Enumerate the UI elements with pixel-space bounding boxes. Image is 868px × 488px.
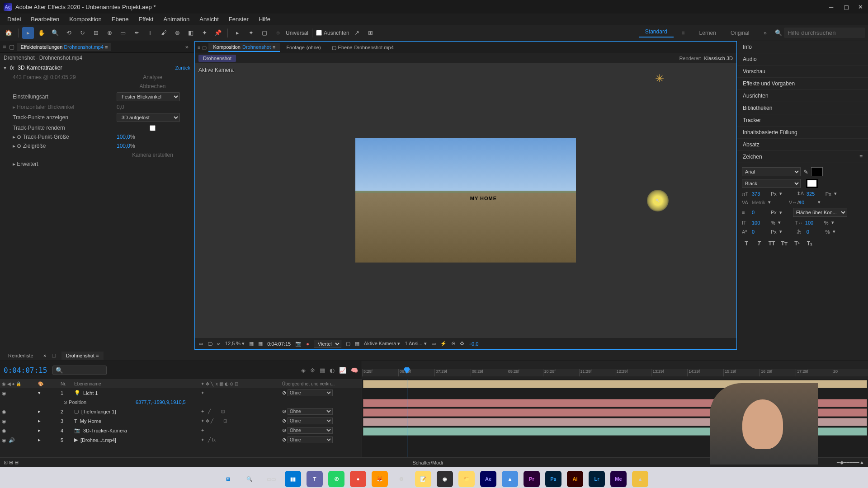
composition-viewport[interactable]: Aktive Kamera ✳ MY HOME ↖ <box>195 63 736 338</box>
visibility-icon[interactable]: ◉ <box>2 418 7 424</box>
world-axis-icon[interactable]: ✦ <box>245 27 257 39</box>
timeline-icon[interactable]: ※ <box>451 341 455 347</box>
reset-link[interactable]: Zurück <box>175 65 190 70</box>
local-axis-icon[interactable]: ▸ <box>231 27 243 39</box>
menu-datei[interactable]: Datei <box>3 15 25 23</box>
pen-tool-icon[interactable]: ✒ <box>131 27 142 39</box>
panel-tracker[interactable]: Tracker <box>737 114 868 127</box>
pixel-aspect-icon[interactable]: ▭ <box>431 341 436 347</box>
erweitert-label[interactable]: ▸ Erweitert <box>13 161 117 167</box>
draft3d-icon[interactable]: ※ <box>310 367 315 374</box>
grid-icon[interactable]: ▦ <box>249 341 254 347</box>
layer-row[interactable]: ◉ ▾ 1 💡Licht 1 ✦ ⊘ Ohne <box>0 388 362 398</box>
workspace-lernen[interactable]: Lernen <box>693 30 722 36</box>
region-icon[interactable]: ▢ <box>346 341 350 347</box>
zoom-tool-icon[interactable]: 🔍 <box>49 27 61 39</box>
motionblur-icon[interactable]: ◐ <box>330 367 335 374</box>
obs-icon[interactable]: ◉ <box>437 471 453 487</box>
maximize-icon[interactable]: ▢ <box>844 4 850 10</box>
twisty-icon[interactable]: ▾ <box>38 390 41 395</box>
renderer-info[interactable]: Renderer: Klassisch 3D <box>679 56 733 61</box>
explorer-icon[interactable]: 📁 <box>458 471 475 487</box>
tab-komposition[interactable]: Komposition Drohnenshot ≡ <box>208 43 280 52</box>
position-property[interactable]: ⊙ Position 6377,7,-1590,9,1910,5 <box>0 398 362 407</box>
schalter-modi-button[interactable]: Schalter/Modi <box>412 460 443 465</box>
panel-absatz[interactable]: Absatz <box>737 139 868 151</box>
brain-icon[interactable]: 🧠 <box>351 367 358 374</box>
widgets-icon[interactable]: ▮▮ <box>285 471 301 487</box>
graph-icon[interactable]: 📈 <box>339 367 346 374</box>
current-timecode[interactable]: 0:04:07:15 <box>4 366 47 375</box>
panel-vorschau[interactable]: Vorschau <box>737 66 868 78</box>
effect-controls-tab[interactable]: Effekteinstellungen Drohnenshot.mp4 ≡ <box>17 43 112 51</box>
app-icon[interactable]: ⚙ <box>393 471 410 487</box>
lightroom-icon[interactable]: Lr <box>589 471 605 487</box>
tab-square-icon[interactable]: ▢ <box>52 352 56 358</box>
transparency-icon[interactable]: ▦ <box>355 341 359 347</box>
zoom-slider[interactable]: ━◆━━━━━▲ <box>837 460 864 465</box>
panel-info[interactable]: Info <box>737 41 868 53</box>
shy-icon[interactable]: ◈ <box>301 367 306 374</box>
resolution-select[interactable]: Viertel <box>314 340 341 348</box>
hscale-value[interactable]: 100 <box>805 220 821 225</box>
tracking-value[interactable]: 10 <box>799 200 815 205</box>
rotate-tool-icon[interactable]: ↻ <box>76 27 88 39</box>
view-select[interactable]: Aktive Kamera ▾ <box>364 341 401 347</box>
monitor-icon[interactable]: 🖵 <box>208 341 212 347</box>
position-value[interactable]: 6377,7,-1590,9,1910,5 <box>136 399 362 405</box>
menu-komposition[interactable]: Komposition <box>65 15 106 23</box>
stroke-swatch[interactable] <box>806 179 818 188</box>
parent-select[interactable]: Ohne <box>288 408 333 415</box>
mediaencoder-icon[interactable]: Me <box>610 471 627 487</box>
magnify-icon[interactable]: ▭ <box>198 341 203 347</box>
menu-bearbeiten[interactable]: Bearbeiten <box>26 15 64 23</box>
workspace-bars-icon[interactable]: ≡ <box>675 30 691 36</box>
parent-select[interactable]: Ohne <box>288 389 333 396</box>
allcaps-button[interactable]: TT <box>767 239 776 248</box>
help-search-input[interactable] <box>784 28 865 38</box>
fx-twisty-icon[interactable]: ▾ <box>4 65 6 71</box>
panel-inhaltsfuellung[interactable]: Inhaltsbasierte Füllung <box>737 127 868 139</box>
visibility-icon[interactable]: ◉ <box>2 428 7 433</box>
hand-tool-icon[interactable]: ✋ <box>36 27 47 39</box>
point-size-value[interactable]: 100,0 <box>117 134 130 140</box>
tab-close-icon[interactable]: × <box>43 353 46 358</box>
menu-fenster[interactable]: Fenster <box>224 15 253 23</box>
teams-icon[interactable]: T <box>307 471 323 487</box>
app-icon[interactable]: 📝 <box>415 471 431 487</box>
overflow-icon[interactable]: » <box>183 43 191 50</box>
toggle-switches-icon[interactable]: ⊡ ⊞ ⊟ <box>4 460 19 465</box>
snapshot-icon[interactable]: 📷 <box>295 341 302 347</box>
font-style-select[interactable]: Black <box>742 179 801 188</box>
vscale-value[interactable]: 100 <box>752 220 768 225</box>
menu-effekt[interactable]: Effekt <box>134 15 158 23</box>
panel-chevron-icon[interactable]: ≡ <box>198 45 200 50</box>
tab-renderliste[interactable]: Renderliste <box>4 352 38 360</box>
app-icon[interactable]: ▲ <box>502 471 518 487</box>
panel-chevron-icon[interactable]: ≡ <box>3 43 6 50</box>
premiere-icon[interactable]: Pr <box>524 471 540 487</box>
composition-preview[interactable]: MY HOME <box>355 138 576 263</box>
panel-zeichen[interactable]: Zeichen≡ <box>737 151 868 163</box>
aftereffects-icon[interactable]: Ae <box>480 471 496 487</box>
tab-footage[interactable]: Footage (ohne) <box>282 43 325 52</box>
fx-name[interactable]: 3D-Kameratracker <box>18 65 62 71</box>
layer-row[interactable]: ◉🔊 ▸ 5 ▶[Drohne...t.mp4] ✦ ╱ fx ⊘ Ohne <box>0 435 362 445</box>
font-size-value[interactable]: 373 <box>752 191 768 197</box>
tsume-value[interactable]: 0 <box>807 229 823 235</box>
breadcrumb[interactable]: Drohnenshot <box>198 55 236 62</box>
parent-select[interactable]: Ohne <box>288 427 333 434</box>
fx-enable-icon[interactable]: fx <box>10 65 14 71</box>
type-tool-icon[interactable]: T <box>144 27 156 39</box>
illustrator-icon[interactable]: Ai <box>567 471 583 487</box>
einstellungsart-select[interactable]: Fester Blickwinkel <box>117 92 180 101</box>
superscript-button[interactable]: T¹ <box>793 239 802 248</box>
workspace-overflow-icon[interactable]: » <box>757 30 773 36</box>
workspace-standard[interactable]: Standard <box>639 28 674 38</box>
baseline-value[interactable]: 0 <box>752 229 768 235</box>
rect-tool-icon[interactable]: ▭ <box>117 27 129 39</box>
workspace-original[interactable]: Original <box>724 30 755 36</box>
visibility-icon[interactable]: ◉ <box>2 390 7 396</box>
whatsapp-icon[interactable]: ✆ <box>328 471 344 487</box>
time-display[interactable]: 0:04:07:15 <box>267 341 291 347</box>
